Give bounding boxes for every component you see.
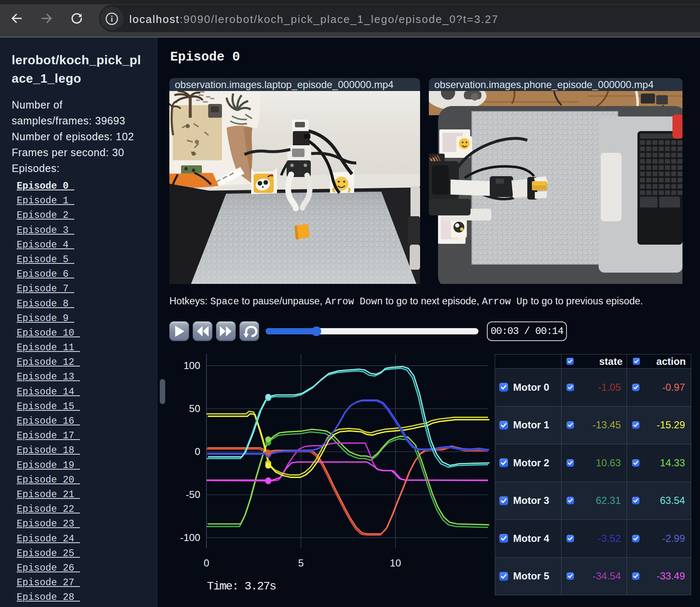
svg-text:50: 50 <box>189 403 200 414</box>
svg-text:10: 10 <box>390 557 401 569</box>
svg-text:0: 0 <box>195 446 200 457</box>
svg-text:-100: -100 <box>180 532 200 543</box>
svg-text:0: 0 <box>204 557 209 569</box>
svg-text:5: 5 <box>298 557 304 569</box>
svg-text:-50: -50 <box>186 489 200 500</box>
svg-text:100: 100 <box>184 360 200 371</box>
